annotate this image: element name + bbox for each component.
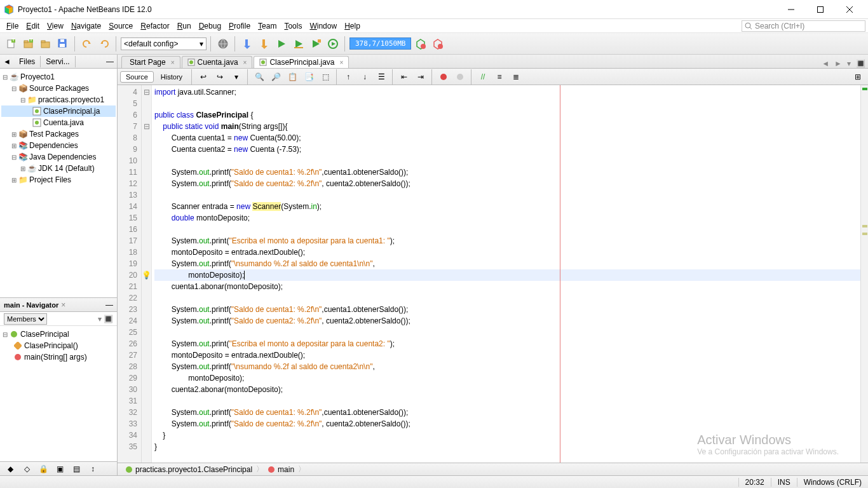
run-file-button[interactable] bbox=[325, 36, 341, 51]
menu-profile[interactable]: Profile bbox=[225, 20, 254, 32]
code-editor[interactable]: 4567891011121314151617181920212223242526… bbox=[118, 85, 868, 463]
menu-tools[interactable]: Tools bbox=[280, 20, 306, 32]
nav-method-main[interactable]: main(String[] args) bbox=[1, 351, 116, 363]
editor-tab[interactable]: Cuenta.java× bbox=[182, 56, 253, 68]
breadcrumb-method[interactable]: main bbox=[264, 465, 298, 474]
menu-team[interactable]: Team bbox=[254, 20, 280, 32]
menu-help[interactable]: Help bbox=[341, 20, 364, 32]
ed-btn-5[interactable]: 🔎 bbox=[268, 69, 283, 85]
menu-debug[interactable]: Debug bbox=[195, 20, 225, 32]
ed-btn-uncomment[interactable]: ≡ bbox=[492, 69, 507, 85]
debug-button[interactable] bbox=[291, 36, 306, 51]
ed-btn-4[interactable]: 🔍 bbox=[252, 69, 267, 85]
menu-view[interactable]: View bbox=[43, 20, 67, 32]
minimize-button[interactable] bbox=[776, 0, 806, 19]
open-project-button[interactable] bbox=[38, 36, 53, 51]
filter-2[interactable]: ◇ bbox=[19, 461, 34, 477]
ed-btn-2[interactable]: ↪ bbox=[212, 69, 227, 85]
filter-5[interactable]: ▤ bbox=[69, 461, 84, 477]
gc-button[interactable] bbox=[413, 36, 428, 51]
memory-indicator[interactable]: 378,7/1050MB bbox=[349, 37, 411, 50]
close-tab-icon[interactable]: × bbox=[243, 59, 247, 66]
editor-tab[interactable]: Start Page× bbox=[121, 56, 180, 68]
ed-btn-play[interactable] bbox=[452, 69, 468, 85]
gc-button-2[interactable] bbox=[430, 36, 445, 51]
breadcrumb-class[interactable]: practicas.proyecto1.ClasePrincipal bbox=[121, 465, 256, 474]
menu-file[interactable]: File bbox=[3, 20, 22, 32]
filter-4[interactable]: ▣ bbox=[52, 461, 67, 477]
menu-window[interactable]: Window bbox=[306, 20, 341, 32]
build-button[interactable] bbox=[240, 36, 255, 51]
panel-scroll-left[interactable]: ◄ bbox=[0, 57, 14, 66]
status-ins[interactable]: INS bbox=[771, 478, 797, 487]
history-view-button[interactable]: History bbox=[155, 71, 188, 83]
ed-btn-12[interactable]: ⇤ bbox=[397, 69, 412, 85]
ed-btn-split[interactable]: ⊞ bbox=[850, 69, 865, 85]
tab-list[interactable]: ▾ bbox=[844, 59, 853, 68]
redo-button[interactable] bbox=[97, 36, 112, 51]
editor-tab[interactable]: ClasePrincipal.java× bbox=[254, 56, 349, 68]
search-input[interactable]: Search (Ctrl+I) bbox=[742, 20, 865, 32]
new-file-button[interactable]: + bbox=[4, 36, 19, 51]
ed-btn-13[interactable]: ⇥ bbox=[413, 69, 428, 85]
menu-refactor[interactable]: Refactor bbox=[137, 20, 173, 32]
tree-jdk[interactable]: ⊞☕JDK 14 (Default) bbox=[1, 163, 116, 174]
new-project-button[interactable]: + bbox=[21, 36, 36, 51]
run-button[interactable] bbox=[274, 36, 289, 51]
source-view-button[interactable]: Source bbox=[120, 71, 154, 83]
ed-btn-11[interactable]: ☰ bbox=[374, 69, 389, 85]
close-button[interactable] bbox=[835, 0, 864, 19]
profile-button[interactable] bbox=[308, 36, 323, 51]
ed-btn-3[interactable]: ▾ bbox=[229, 69, 244, 85]
save-all-button[interactable] bbox=[55, 36, 71, 51]
ed-btn-8[interactable]: ⬚ bbox=[318, 69, 333, 85]
menu-navigate[interactable]: Navigate bbox=[67, 20, 105, 32]
ed-btn-7[interactable]: 📑 bbox=[301, 69, 316, 85]
nav-class[interactable]: ⊟ClasePrincipal bbox=[1, 329, 116, 340]
menu-source[interactable]: Source bbox=[105, 20, 137, 32]
ed-btn-1[interactable]: ↩ bbox=[196, 69, 211, 85]
config-dropdown[interactable]: <default config>▾ bbox=[121, 37, 207, 50]
projects-tree[interactable]: ⊟☕Proyecto1 ⊟📦Source Packages ⊟📁practica… bbox=[0, 69, 117, 297]
close-tab-icon[interactable]: × bbox=[339, 59, 343, 66]
filter-1[interactable]: ◆ bbox=[3, 461, 18, 477]
navigator-members-dropdown[interactable]: Members bbox=[4, 313, 47, 325]
tab-maximize[interactable]: 🔳 bbox=[853, 59, 868, 68]
ed-btn-format[interactable]: ≣ bbox=[508, 69, 524, 85]
maximize-button[interactable] bbox=[806, 0, 835, 19]
panel-minimize-button[interactable]: — bbox=[103, 57, 117, 66]
files-tab[interactable]: Files bbox=[14, 56, 41, 67]
close-tab-icon[interactable]: × bbox=[171, 59, 175, 66]
filter-3[interactable]: 🔒 bbox=[36, 461, 51, 477]
tree-dependencies[interactable]: ⊞📚Dependencies bbox=[1, 140, 116, 151]
services-tab[interactable]: Servi... bbox=[41, 56, 75, 67]
error-stripe[interactable] bbox=[860, 85, 868, 463]
clean-build-button[interactable] bbox=[257, 36, 272, 51]
tree-source-packages[interactable]: ⊟📦Source Packages bbox=[1, 83, 116, 94]
fold-gutter[interactable]: ⊟ ⊟ 💡 bbox=[142, 85, 152, 463]
menu-edit[interactable]: Edit bbox=[22, 20, 43, 32]
code-area[interactable]: import java.util.Scanner; public class C… bbox=[152, 85, 860, 463]
menu-run[interactable]: Run bbox=[173, 20, 195, 32]
undo-button[interactable] bbox=[79, 36, 95, 51]
ed-btn-6[interactable]: 📋 bbox=[285, 69, 300, 85]
navigator-minimize[interactable]: — bbox=[105, 301, 113, 309]
line-numbers[interactable]: 4567891011121314151617181920212223242526… bbox=[118, 85, 142, 463]
ed-btn-9[interactable]: ↑ bbox=[341, 69, 356, 85]
tree-project-files[interactable]: ⊞📁Project Files bbox=[1, 174, 116, 186]
tree-project[interactable]: ⊟☕Proyecto1 bbox=[1, 71, 116, 83]
tree-java-dependencies[interactable]: ⊟📚Java Dependencies bbox=[1, 151, 116, 163]
ed-btn-10[interactable]: ↓ bbox=[357, 69, 372, 85]
browser-button[interactable] bbox=[215, 36, 231, 51]
tree-file-claseprincipal[interactable]: ClasePrincipal.ja bbox=[1, 105, 116, 117]
navigator-tree[interactable]: ⊟ClasePrincipal ClasePrincipal() main(St… bbox=[0, 326, 117, 461]
filter-6[interactable]: ↕ bbox=[85, 461, 100, 477]
tree-package[interactable]: ⊟📁practicas.proyecto1 bbox=[1, 94, 116, 105]
tree-file-cuenta[interactable]: Cuenta.java bbox=[1, 117, 116, 128]
nav-constructor[interactable]: ClasePrincipal() bbox=[1, 340, 116, 351]
ed-btn-comment[interactable]: // bbox=[475, 69, 491, 85]
tab-prev[interactable]: ◄ bbox=[819, 59, 832, 68]
ed-btn-record[interactable] bbox=[436, 69, 451, 85]
tab-next[interactable]: ► bbox=[832, 59, 844, 68]
tree-test-packages[interactable]: ⊞📦Test Packages bbox=[1, 128, 116, 140]
